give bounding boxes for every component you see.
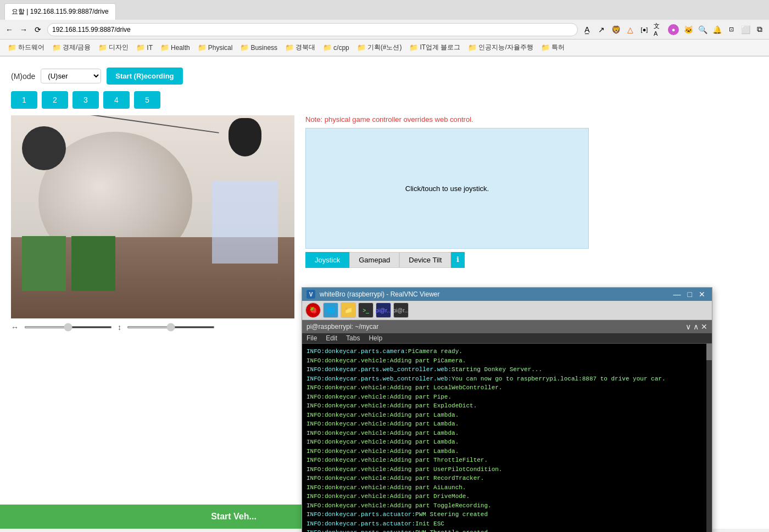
tab-bar: 요할 | 192.168.115.99:8887/drive xyxy=(0,0,769,20)
joystick-area[interactable]: Click/touch to use joystick. xyxy=(305,128,589,249)
cast2-icon[interactable]: ⊡ xyxy=(726,25,736,35)
vnc-maximize-button[interactable]: □ xyxy=(686,290,694,299)
folder-icon: 📁 xyxy=(541,43,550,52)
tab-joystick[interactable]: Joystick xyxy=(305,252,349,268)
bookmark-cpp[interactable]: 📁c/cpp xyxy=(320,42,353,53)
terminal-line: INFO:donkeycar.vehicle:Adding part Lambd… xyxy=(307,429,707,438)
folder-icon-btn[interactable]: 📁 xyxy=(341,303,356,318)
notifications-icon[interactable]: 🔔 xyxy=(712,25,722,35)
terminal3-icon-btn[interactable]: pi@r... xyxy=(393,303,409,318)
number-buttons: 1 2 3 4 5 xyxy=(11,91,758,109)
bookmark-하드웨어[interactable]: 📁하드웨어 xyxy=(4,42,48,53)
control-tabs: Joystick Gamepad Device Tilt ℹ xyxy=(305,252,758,268)
cat-icon[interactable]: 🐱 xyxy=(683,25,693,35)
vnc-minimize-button[interactable]: — xyxy=(671,290,683,299)
bookmark-인공지능[interactable]: 📁인공지능/자율주행 xyxy=(465,42,536,53)
terminal-wrapper: INFO:donkeycar.parts.camera:PiCamera rea… xyxy=(302,344,712,532)
number-button-4[interactable]: 4 xyxy=(103,91,130,109)
bookmark-Health[interactable]: 📁Health xyxy=(157,42,193,53)
browser-toolbar-icons: A̲ ↗ 🦁 △ [●] 文A ● 🐱 🔍 🔔 ⊡ ⬜ ⧉ xyxy=(582,24,765,35)
number-button-3[interactable]: 3 xyxy=(73,91,99,109)
bookmark-IT블로그[interactable]: 📁IT업계 블로그 xyxy=(406,42,464,53)
browser-tab[interactable]: 요할 | 192.168.115.99:8887/drive xyxy=(4,3,116,20)
vnc-title-text: whiteBro (raspberrypi) - RealVNC Viewer xyxy=(320,290,667,298)
throttle-slider[interactable] xyxy=(127,326,215,328)
address-input[interactable] xyxy=(47,23,578,36)
terminal-line: INFO:donkeycar.vehicle:Adding part Explo… xyxy=(307,401,707,411)
vnc-titlebar: V whiteBro (raspberrypi) - RealVNC Viewe… xyxy=(302,288,712,301)
steering-slider[interactable] xyxy=(24,326,112,328)
bookmark-IT[interactable]: 📁IT xyxy=(133,42,156,53)
browser-chrome: 요할 | 192.168.115.99:8887/drive ← → ⟳ A̲ … xyxy=(0,0,769,57)
bookmark-경북대[interactable]: 📁경북대 xyxy=(282,42,319,53)
forward-icon[interactable]: → xyxy=(19,25,29,35)
tab-gamepad[interactable]: Gamepad xyxy=(349,252,399,268)
extensions-icon[interactable]: ⧉ xyxy=(755,25,765,35)
bookmark-Business[interactable]: 📁Business xyxy=(237,42,281,53)
back-icon[interactable]: ← xyxy=(4,25,14,35)
menu-edit[interactable]: Edit xyxy=(326,334,337,342)
sliders-row: ↔ ↕ xyxy=(11,323,294,332)
bookmark-특허[interactable]: 📁특허 xyxy=(538,42,568,53)
tab-info-icon[interactable]: ℹ xyxy=(451,252,465,268)
globe-icon-btn[interactable]: 🌐 xyxy=(323,303,338,318)
folder-icon: 📁 xyxy=(285,43,294,52)
terminal-line: INFO:donkeycar.vehicle:Adding part Drive… xyxy=(307,492,707,501)
cast-icon[interactable]: [●] xyxy=(639,25,649,35)
number-button-2[interactable]: 2 xyxy=(42,91,68,109)
terminal2-icon-btn[interactable]: pi@r... xyxy=(376,303,391,318)
throttle-icon: ↕ xyxy=(118,323,121,332)
terminal-expand-btn[interactable]: ∧ xyxy=(693,322,699,331)
bookmarks-bar: 📁하드웨어 📁경제/금융 📁디자인 📁IT 📁Health 📁Physical … xyxy=(0,40,769,56)
menu-help[interactable]: Help xyxy=(369,334,382,342)
avatar-icon[interactable]: ● xyxy=(668,24,679,35)
folder-icon: 📁 xyxy=(136,43,145,52)
menu-tabs[interactable]: Tabs xyxy=(346,334,360,342)
terminal-line: INFO:donkeycar.vehicle:Adding part Pipe. xyxy=(307,393,707,402)
menu-file[interactable]: File xyxy=(307,334,317,342)
terminal-line: INFO:donkeycar.vehicle:Adding part Lambd… xyxy=(307,419,707,429)
terminal-line: INFO:donkeycar.parts.actuator:Init ESC xyxy=(307,519,707,529)
refresh-icon[interactable]: ⟳ xyxy=(33,25,43,35)
steering-icon: ↔ xyxy=(11,323,19,332)
terminal-scrollbar[interactable] xyxy=(706,344,712,532)
translate2-icon[interactable]: 文A xyxy=(654,25,664,35)
terminal-line: INFO:donkeycar.vehicle:Adding part AiLau… xyxy=(307,483,707,492)
translate-icon[interactable]: A̲ xyxy=(582,25,592,35)
brave-shield-icon[interactable]: △ xyxy=(625,25,635,35)
terminal-icon-btn[interactable]: >_ xyxy=(358,303,374,318)
terminal-scrollbar-thumb xyxy=(706,344,712,360)
terminal-dropdown-bar: pi@raspberrypi: ~/mycar ∨ ∧ ✕ xyxy=(302,320,712,333)
share-icon[interactable]: ↗ xyxy=(597,25,606,35)
terminal-content[interactable]: INFO:donkeycar.parts.camera:PiCamera rea… xyxy=(302,344,712,532)
raspberry-pi-icon-btn[interactable]: 🍓 xyxy=(305,303,321,318)
mode-select[interactable]: (U)ser Local Angle Full Auto xyxy=(41,69,101,83)
start-vehicle-label: Start Veh... xyxy=(211,512,257,522)
camera-blob-left xyxy=(22,126,66,170)
folder-icon: 📁 xyxy=(323,43,332,52)
number-button-5[interactable]: 5 xyxy=(134,91,160,109)
bookmark-경제금융[interactable]: 📁경제/금융 xyxy=(49,42,94,53)
search2-icon[interactable]: 🔍 xyxy=(698,25,707,35)
record-button[interactable]: Start (R)ecording xyxy=(107,68,182,85)
folder-icon: 📁 xyxy=(52,43,61,52)
brave-lion-icon[interactable]: 🦁 xyxy=(611,25,621,35)
camera-green-box-1 xyxy=(22,236,66,291)
number-button-1[interactable]: 1 xyxy=(11,91,37,109)
terminal-close-btn[interactable]: ✕ xyxy=(701,322,707,331)
bookmark-기획[interactable]: 📁기획(#노션) xyxy=(354,42,405,53)
camera-section: ↔ ↕ xyxy=(11,115,294,332)
joystick-note: Note: physical game controller overrides… xyxy=(305,115,758,124)
terminal-collapse-btn[interactable]: ∨ xyxy=(686,322,691,331)
tab-device-tilt[interactable]: Device Tilt xyxy=(399,252,451,268)
folder-icon: 📁 xyxy=(357,43,366,52)
vnc-close-button[interactable]: ✕ xyxy=(696,290,707,299)
vnc-window-controls: — □ ✕ xyxy=(671,290,707,299)
terminal-line: INFO:donkeycar.vehicle:Adding part Local… xyxy=(307,383,707,393)
bookmark-디자인[interactable]: 📁디자인 xyxy=(95,42,132,53)
terminal-line: INFO:donkeycar.parts.actuator:PWM Steeri… xyxy=(307,510,707,519)
camera-window xyxy=(212,181,278,264)
bookmark-Physical[interactable]: 📁Physical xyxy=(194,42,236,53)
window-icon[interactable]: ⬜ xyxy=(740,25,750,35)
terminal-line: INFO:donkeycar.vehicle:Adding part Lambd… xyxy=(307,411,707,420)
